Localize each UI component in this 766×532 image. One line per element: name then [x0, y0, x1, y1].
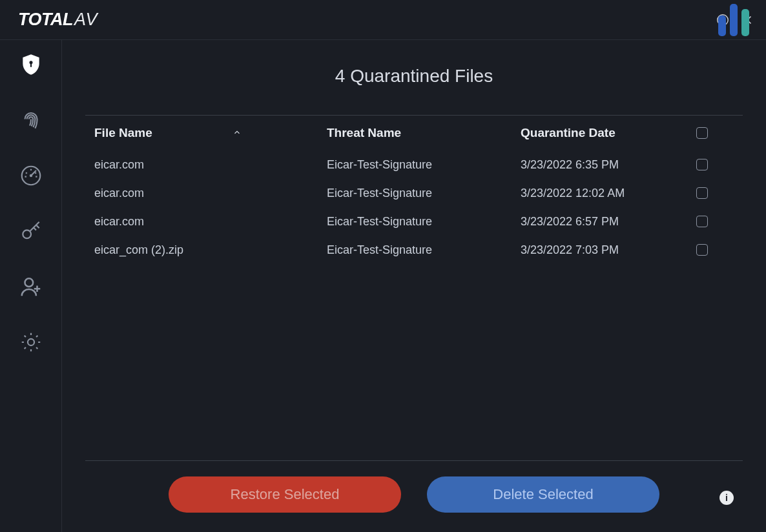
svg-point-6	[23, 230, 31, 238]
svg-point-7	[25, 278, 33, 287]
main-panel: 4 Quarantined Files File Name Threat Nam…	[62, 40, 766, 532]
gauge-icon	[19, 163, 43, 188]
table-row: eicar.com Eicar-Test-Signature 3/23/2022…	[85, 179, 743, 207]
cell-file-name: eicar.com	[94, 215, 327, 229]
delete-button-label: Delete Selected	[493, 486, 593, 502]
fingerprint-icon	[19, 108, 43, 132]
restore-selected-button[interactable]: Restore Selected	[169, 476, 401, 513]
shield-icon	[19, 52, 43, 77]
cell-quarantine-date: 3/23/2022 12:02 AM	[521, 187, 669, 200]
table-header: File Name Threat Name Quarantine Date	[85, 116, 743, 150]
column-header-file-name[interactable]: File Name	[94, 126, 327, 140]
cell-file-name: eicar.com	[94, 187, 327, 200]
column-file-name-label: File Name	[94, 126, 152, 140]
svg-point-5	[29, 174, 32, 177]
cell-quarantine-date: 3/23/2022 6:57 PM	[521, 215, 669, 229]
sidebar-item-performance[interactable]	[18, 163, 44, 189]
app-header: TOTAL AV	[0, 0, 766, 40]
row-checkbox[interactable]	[696, 159, 708, 170]
sidebar-item-family[interactable]	[18, 274, 44, 300]
sidebar	[0, 40, 62, 532]
cell-threat-name: Eicar-Test-Signature	[327, 158, 521, 172]
row-checkbox[interactable]	[696, 244, 708, 256]
cell-threat-name: Eicar-Test-Signature	[327, 187, 521, 200]
row-checkbox[interactable]	[696, 187, 708, 199]
cell-quarantine-date: 3/23/2022 6:35 PM	[521, 158, 669, 172]
table-row: eicar_com (2).zip Eicar-Test-Signature 3…	[85, 236, 743, 264]
info-icon[interactable]: i	[719, 491, 734, 505]
logo-av: AV	[74, 10, 98, 30]
help-circle-icon[interactable]	[716, 13, 730, 27]
svg-point-8	[27, 339, 34, 345]
svg-point-1	[722, 22, 723, 23]
cell-threat-name: Eicar-Test-Signature	[327, 243, 521, 257]
action-footer: Restore Selected Delete Selected i	[85, 476, 743, 513]
app-logo: TOTAL AV	[18, 10, 716, 30]
sidebar-item-password[interactable]	[18, 218, 44, 244]
restore-button-label: Restore Selected	[231, 486, 340, 502]
column-header-threat-name[interactable]: Threat Name	[327, 126, 521, 140]
row-checkbox[interactable]	[696, 216, 708, 227]
cell-threat-name: Eicar-Test-Signature	[327, 215, 521, 229]
chevron-up-icon	[233, 128, 242, 139]
cell-file-name: eicar_com (2).zip	[94, 243, 327, 257]
table-row: eicar.com Eicar-Test-Signature 3/23/2022…	[85, 150, 743, 179]
logo-total: TOTAL	[18, 10, 73, 30]
svg-rect-3	[30, 63, 31, 66]
cell-quarantine-date: 3/23/2022 7:03 PM	[521, 243, 669, 257]
cell-file-name: eicar.com	[94, 158, 327, 172]
delete-selected-button[interactable]: Delete Selected	[427, 476, 659, 513]
gear-icon	[19, 330, 43, 354]
close-icon[interactable]	[740, 13, 754, 27]
user-plus-icon	[19, 274, 43, 299]
sidebar-item-protection[interactable]	[18, 52, 44, 77]
table-row: eicar.com Eicar-Test-Signature 3/23/2022…	[85, 207, 743, 236]
sidebar-item-privacy[interactable]	[18, 107, 44, 133]
page-title: 4 Quarantined Files	[85, 66, 743, 87]
select-all-checkbox[interactable]	[696, 127, 708, 139]
quarantine-table: File Name Threat Name Quarantine Date ei…	[85, 116, 743, 264]
column-header-quarantine-date[interactable]: Quarantine Date	[521, 126, 669, 140]
divider	[85, 460, 743, 461]
sidebar-item-settings[interactable]	[18, 329, 44, 355]
key-icon	[19, 219, 43, 243]
